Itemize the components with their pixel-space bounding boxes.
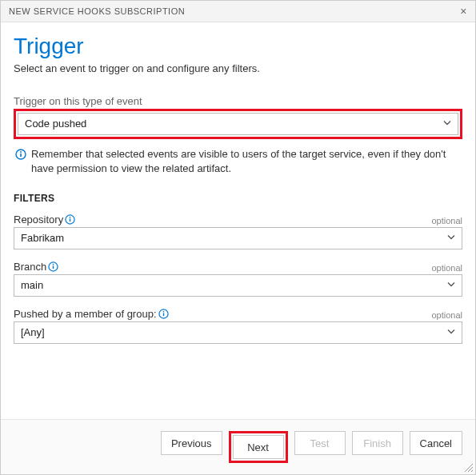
branch-label: Branch [14, 261, 46, 273]
filter-branch: Branch optional main [14, 261, 462, 297]
info-icon [15, 149, 26, 175]
branch-select[interactable]: main [14, 274, 462, 297]
group-value: [Any] [21, 326, 45, 338]
close-icon[interactable]: × [460, 6, 467, 17]
filters-heading: FILTERS [14, 193, 462, 204]
page-heading: Trigger [14, 34, 462, 59]
dialog: NEW SERVICE HOOKS SUBSCRIPTION × Trigger… [0, 0, 476, 475]
info-message: Remember that selected events are visibl… [15, 147, 462, 175]
help-icon[interactable] [65, 214, 75, 225]
next-button[interactable]: Next [233, 435, 284, 459]
event-type-highlight: Code pushed [14, 109, 462, 139]
optional-label: optional [431, 310, 462, 320]
resize-grip-icon [462, 461, 474, 473]
info-text: Remember that selected events are visibl… [31, 147, 462, 175]
svg-point-2 [20, 151, 22, 153]
svg-line-13 [468, 467, 473, 472]
event-type-value: Code pushed [25, 118, 86, 130]
svg-line-12 [465, 464, 473, 472]
event-type-select-wrap: Code pushed [18, 113, 458, 135]
svg-line-14 [471, 470, 473, 472]
cancel-button[interactable]: Cancel [410, 431, 462, 455]
svg-point-8 [53, 264, 54, 265]
svg-rect-1 [20, 154, 22, 157]
help-icon[interactable] [48, 261, 58, 272]
optional-label: optional [431, 216, 462, 226]
repository-select[interactable]: Fabrikam [14, 227, 462, 249]
svg-rect-4 [70, 218, 70, 222]
branch-value: main [21, 279, 43, 291]
optional-label: optional [431, 263, 462, 273]
content-area: Trigger Select an event to trigger on an… [1, 22, 475, 419]
repository-label: Repository [14, 214, 63, 226]
page-subtitle: Select an event to trigger on and config… [14, 62, 462, 74]
svg-rect-7 [53, 265, 54, 269]
filter-group-member: Pushed by a member of group: optional [A… [14, 308, 462, 344]
repository-value: Fabrikam [21, 232, 64, 244]
svg-point-5 [70, 217, 71, 218]
filter-repository: Repository optional Fabrikam [14, 214, 462, 249]
previous-button[interactable]: Previous [161, 431, 222, 455]
event-type-label: Trigger on this type of event [14, 95, 462, 107]
footer: Previous Next Test Finish Cancel [1, 419, 475, 474]
titlebar: NEW SERVICE HOOKS SUBSCRIPTION × [1, 1, 475, 22]
group-select[interactable]: [Any] [14, 321, 462, 344]
finish-button: Finish [352, 431, 403, 455]
group-label: Pushed by a member of group: [14, 308, 157, 320]
test-button: Test [294, 431, 346, 455]
help-icon[interactable] [158, 309, 169, 319]
svg-rect-10 [162, 313, 163, 316]
dialog-title: NEW SERVICE HOOKS SUBSCRIPTION [9, 6, 185, 16]
svg-point-11 [162, 311, 164, 313]
event-type-select[interactable]: Code pushed [18, 113, 458, 135]
next-button-highlight: Next [229, 431, 288, 463]
